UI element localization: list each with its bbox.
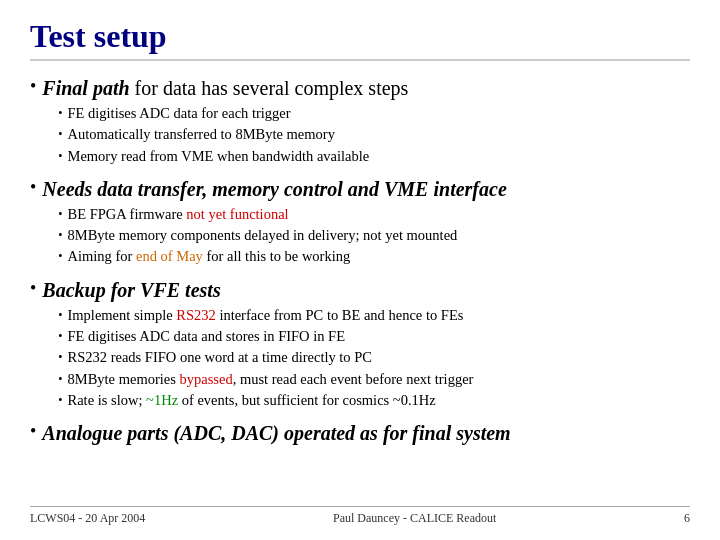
bullet-dot-sub: • (58, 393, 62, 408)
list-item: • BE FPGA firmware not yet functional (58, 204, 506, 224)
sub-item-text: Automatically transferred to 8MByte memo… (68, 124, 335, 144)
bullet-dot-sub: • (58, 127, 62, 142)
highlight-text: ~1Hz (146, 392, 178, 408)
sub-item-text: FE digitises ADC data and stores in FIFO… (68, 326, 346, 346)
list-item: • 8MByte memory components delayed in de… (58, 225, 506, 245)
bullet-dot-3: • (30, 279, 36, 297)
section-1: • Final path for data has several comple… (30, 75, 690, 166)
section-1-label-rest: for data has several complex steps (135, 77, 409, 99)
section-2-label: Needs data transfer, memory control and … (42, 178, 506, 200)
section-3-label-bold: Backup for VFE tests (42, 279, 220, 301)
section-1-sublist: • FE digitises ADC data for each trigger… (58, 103, 408, 166)
list-item: • Implement simple RS232 interface from … (58, 305, 473, 325)
bullet-dot-2: • (30, 178, 36, 196)
footer-right: 6 (684, 511, 690, 526)
bullet-dot-1: • (30, 77, 36, 95)
sub-item-text: 8MByte memories bypassed, must read each… (68, 369, 474, 389)
section-3-label: Backup for VFE tests (42, 279, 220, 301)
list-item: • FE digitises ADC data and stores in FI… (58, 326, 473, 346)
slide-footer: LCWS04 - 20 Apr 2004 Paul Dauncey - CALI… (30, 506, 690, 526)
slide-content: • Final path for data has several comple… (30, 71, 690, 502)
sub-item-text: FE digitises ADC data for each trigger (68, 103, 291, 123)
footer-left: LCWS04 - 20 Apr 2004 (30, 511, 145, 526)
section-4: • Analogue parts (ADC, DAC) operated as … (30, 420, 690, 446)
list-item: • RS232 reads FIFO one word at a time di… (58, 347, 473, 367)
sub-item-text: BE FPGA firmware not yet functional (68, 204, 289, 224)
section-2: • Needs data transfer, memory control an… (30, 176, 690, 267)
bullet-dot-4: • (30, 422, 36, 440)
section-2-label-bold: Needs data transfer, memory control and … (42, 178, 506, 200)
section-1-label-bold: Final path (42, 77, 129, 99)
bullet-dot-sub: • (58, 308, 62, 323)
slide: Test setup • Final path for data has sev… (0, 0, 720, 540)
bullet-dot-sub: • (58, 149, 62, 164)
sub-item-text: Memory read from VME when bandwidth avai… (68, 146, 370, 166)
bullet-dot-sub: • (58, 228, 62, 243)
section-4-label: Analogue parts (ADC, DAC) operated as fo… (42, 422, 510, 444)
list-item: • Automatically transferred to 8MByte me… (58, 124, 408, 144)
sub-item-text: Rate is slow; ~1Hz of events, but suffic… (68, 390, 436, 410)
bullet-dot-sub: • (58, 207, 62, 222)
list-item: • Rate is slow; ~1Hz of events, but suff… (58, 390, 473, 410)
highlight-text: bypassed (179, 371, 232, 387)
bullet-dot-sub: • (58, 350, 62, 365)
highlight-text: end of May (136, 248, 203, 264)
sub-item-text: 8MByte memory components delayed in deli… (68, 225, 458, 245)
sub-item-text: RS232 reads FIFO one word at a time dire… (68, 347, 372, 367)
bullet-dot-sub: • (58, 329, 62, 344)
list-item: • FE digitises ADC data for each trigger (58, 103, 408, 123)
bullet-dot-sub: • (58, 106, 62, 121)
list-item: • 8MByte memories bypassed, must read ea… (58, 369, 473, 389)
bullet-dot-sub: • (58, 249, 62, 264)
list-item: • Memory read from VME when bandwidth av… (58, 146, 408, 166)
footer-center: Paul Dauncey - CALICE Readout (145, 511, 684, 526)
sub-item-text: Implement simple RS232 interface from PC… (68, 305, 464, 325)
section-3: • Backup for VFE tests • Implement simpl… (30, 277, 690, 410)
slide-title: Test setup (30, 18, 690, 61)
list-item: • Aiming for end of May for all this to … (58, 246, 506, 266)
highlight-text: not yet functional (186, 206, 288, 222)
section-3-sublist: • Implement simple RS232 interface from … (58, 305, 473, 410)
section-2-sublist: • BE FPGA firmware not yet functional • … (58, 204, 506, 267)
highlight-text: RS232 (176, 307, 216, 323)
bullet-dot-sub: • (58, 372, 62, 387)
sub-item-text: Aiming for end of May for all this to be… (68, 246, 351, 266)
section-4-label-bold: Analogue parts (ADC, DAC) operated as fo… (42, 422, 510, 444)
section-1-label: Final path for data has several complex … (42, 77, 408, 99)
